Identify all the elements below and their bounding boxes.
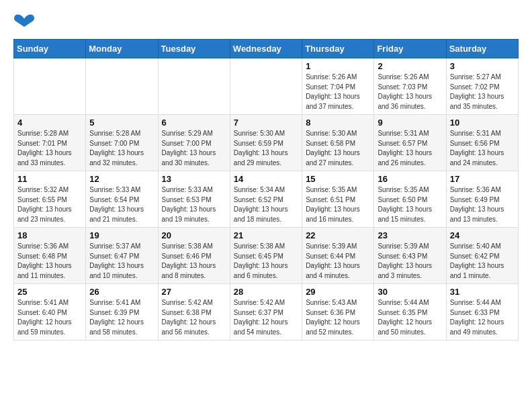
calendar-cell: 14Sunrise: 5:34 AM Sunset: 6:52 PM Dayli… xyxy=(230,171,302,228)
calendar-cell: 23Sunrise: 5:39 AM Sunset: 6:43 PM Dayli… xyxy=(374,228,446,284)
calendar-cell: 8Sunrise: 5:30 AM Sunset: 6:58 PM Daylig… xyxy=(302,115,374,171)
calendar-cell: 25Sunrise: 5:41 AM Sunset: 6:40 PM Dayli… xyxy=(14,284,86,340)
day-detail: Sunrise: 5:28 AM Sunset: 7:00 PM Dayligh… xyxy=(89,129,154,168)
logo-bird-icon xyxy=(13,13,35,28)
day-number: 4 xyxy=(17,118,82,128)
calendar-cell: 27Sunrise: 5:42 AM Sunset: 6:38 PM Dayli… xyxy=(158,284,230,340)
weekday-header-saturday: Saturday xyxy=(446,40,518,58)
day-number: 29 xyxy=(306,287,370,297)
day-detail: Sunrise: 5:35 AM Sunset: 6:51 PM Dayligh… xyxy=(306,185,370,224)
calendar-week-row: 1Sunrise: 5:26 AM Sunset: 7:04 PM Daylig… xyxy=(14,58,519,115)
day-detail: Sunrise: 5:38 AM Sunset: 6:46 PM Dayligh… xyxy=(162,242,226,281)
weekday-header-friday: Friday xyxy=(374,40,446,58)
weekday-header-wednesday: Wednesday xyxy=(230,40,302,58)
day-detail: Sunrise: 5:33 AM Sunset: 6:53 PM Dayligh… xyxy=(162,185,226,224)
day-number: 14 xyxy=(234,174,298,184)
calendar-cell xyxy=(14,58,86,115)
day-number: 24 xyxy=(450,230,515,240)
day-detail: Sunrise: 5:26 AM Sunset: 7:03 PM Dayligh… xyxy=(378,73,442,111)
calendar-week-row: 11Sunrise: 5:32 AM Sunset: 6:55 PM Dayli… xyxy=(14,171,519,228)
day-detail: Sunrise: 5:39 AM Sunset: 6:43 PM Dayligh… xyxy=(378,242,442,281)
day-number: 20 xyxy=(162,230,226,240)
calendar-week-row: 4Sunrise: 5:28 AM Sunset: 7:01 PM Daylig… xyxy=(14,115,519,171)
calendar-cell: 19Sunrise: 5:37 AM Sunset: 6:47 PM Dayli… xyxy=(86,228,158,284)
calendar-cell: 20Sunrise: 5:38 AM Sunset: 6:46 PM Dayli… xyxy=(158,228,230,284)
day-detail: Sunrise: 5:35 AM Sunset: 6:50 PM Dayligh… xyxy=(378,185,442,224)
day-number: 11 xyxy=(17,174,82,184)
calendar-cell: 15Sunrise: 5:35 AM Sunset: 6:51 PM Dayli… xyxy=(302,171,374,228)
weekday-header-monday: Monday xyxy=(86,40,158,58)
day-number: 3 xyxy=(450,61,515,71)
day-number: 2 xyxy=(378,61,442,71)
calendar-cell: 6Sunrise: 5:29 AM Sunset: 7:00 PM Daylig… xyxy=(158,115,230,171)
day-detail: Sunrise: 5:40 AM Sunset: 6:42 PM Dayligh… xyxy=(450,242,515,281)
calendar-cell: 5Sunrise: 5:28 AM Sunset: 7:00 PM Daylig… xyxy=(86,115,158,171)
day-number: 10 xyxy=(450,118,515,128)
day-detail: Sunrise: 5:34 AM Sunset: 6:52 PM Dayligh… xyxy=(234,185,298,224)
day-number: 25 xyxy=(17,287,82,297)
logo xyxy=(13,13,38,28)
calendar-week-row: 18Sunrise: 5:36 AM Sunset: 6:48 PM Dayli… xyxy=(14,228,519,284)
calendar-cell: 12Sunrise: 5:33 AM Sunset: 6:54 PM Dayli… xyxy=(86,171,158,228)
day-detail: Sunrise: 5:43 AM Sunset: 6:36 PM Dayligh… xyxy=(306,298,370,337)
calendar-cell: 3Sunrise: 5:27 AM Sunset: 7:02 PM Daylig… xyxy=(446,58,518,115)
calendar-cell: 22Sunrise: 5:39 AM Sunset: 6:44 PM Dayli… xyxy=(302,228,374,284)
day-number: 7 xyxy=(234,118,298,128)
weekday-header-sunday: Sunday xyxy=(14,40,86,58)
day-number: 6 xyxy=(162,118,226,128)
day-detail: Sunrise: 5:36 AM Sunset: 6:49 PM Dayligh… xyxy=(450,185,515,224)
day-detail: Sunrise: 5:30 AM Sunset: 6:59 PM Dayligh… xyxy=(234,129,298,168)
day-number: 27 xyxy=(162,287,226,297)
calendar-cell xyxy=(86,58,158,115)
page-header xyxy=(13,13,519,28)
day-number: 12 xyxy=(89,174,154,184)
calendar-cell: 30Sunrise: 5:44 AM Sunset: 6:35 PM Dayli… xyxy=(374,284,446,340)
day-detail: Sunrise: 5:36 AM Sunset: 6:48 PM Dayligh… xyxy=(17,242,82,281)
day-number: 23 xyxy=(378,230,442,240)
calendar-cell: 13Sunrise: 5:33 AM Sunset: 6:53 PM Dayli… xyxy=(158,171,230,228)
day-detail: Sunrise: 5:44 AM Sunset: 6:33 PM Dayligh… xyxy=(450,298,515,337)
calendar-cell: 4Sunrise: 5:28 AM Sunset: 7:01 PM Daylig… xyxy=(14,115,86,171)
calendar-cell: 11Sunrise: 5:32 AM Sunset: 6:55 PM Dayli… xyxy=(14,171,86,228)
day-number: 26 xyxy=(89,287,154,297)
day-detail: Sunrise: 5:29 AM Sunset: 7:00 PM Dayligh… xyxy=(162,129,226,168)
day-number: 1 xyxy=(306,61,370,71)
day-detail: Sunrise: 5:39 AM Sunset: 6:44 PM Dayligh… xyxy=(306,242,370,281)
day-detail: Sunrise: 5:38 AM Sunset: 6:45 PM Dayligh… xyxy=(234,242,298,281)
weekday-header-tuesday: Tuesday xyxy=(158,40,230,58)
day-detail: Sunrise: 5:42 AM Sunset: 6:37 PM Dayligh… xyxy=(234,298,298,337)
day-number: 9 xyxy=(378,118,442,128)
calendar-cell: 2Sunrise: 5:26 AM Sunset: 7:03 PM Daylig… xyxy=(374,58,446,115)
calendar-cell: 24Sunrise: 5:40 AM Sunset: 6:42 PM Dayli… xyxy=(446,228,518,284)
day-detail: Sunrise: 5:42 AM Sunset: 6:38 PM Dayligh… xyxy=(162,298,226,337)
day-number: 17 xyxy=(450,174,515,184)
calendar-cell: 31Sunrise: 5:44 AM Sunset: 6:33 PM Dayli… xyxy=(446,284,518,340)
day-number: 18 xyxy=(17,230,82,240)
day-number: 21 xyxy=(234,230,298,240)
day-detail: Sunrise: 5:30 AM Sunset: 6:58 PM Dayligh… xyxy=(306,129,370,168)
day-detail: Sunrise: 5:31 AM Sunset: 6:56 PM Dayligh… xyxy=(450,129,515,168)
calendar-cell xyxy=(158,58,230,115)
day-detail: Sunrise: 5:41 AM Sunset: 6:40 PM Dayligh… xyxy=(17,298,82,337)
calendar-cell: 21Sunrise: 5:38 AM Sunset: 6:45 PM Dayli… xyxy=(230,228,302,284)
day-detail: Sunrise: 5:41 AM Sunset: 6:39 PM Dayligh… xyxy=(89,298,154,337)
calendar-cell xyxy=(230,58,302,115)
calendar-cell: 9Sunrise: 5:31 AM Sunset: 6:57 PM Daylig… xyxy=(374,115,446,171)
weekday-header-thursday: Thursday xyxy=(302,40,374,58)
calendar-cell: 16Sunrise: 5:35 AM Sunset: 6:50 PM Dayli… xyxy=(374,171,446,228)
calendar-week-row: 25Sunrise: 5:41 AM Sunset: 6:40 PM Dayli… xyxy=(14,284,519,340)
day-number: 13 xyxy=(162,174,226,184)
day-number: 22 xyxy=(306,230,370,240)
day-detail: Sunrise: 5:37 AM Sunset: 6:47 PM Dayligh… xyxy=(89,242,154,281)
day-detail: Sunrise: 5:33 AM Sunset: 6:54 PM Dayligh… xyxy=(89,185,154,224)
day-detail: Sunrise: 5:32 AM Sunset: 6:55 PM Dayligh… xyxy=(17,185,82,224)
calendar-cell: 1Sunrise: 5:26 AM Sunset: 7:04 PM Daylig… xyxy=(302,58,374,115)
day-number: 5 xyxy=(89,118,154,128)
calendar-cell: 18Sunrise: 5:36 AM Sunset: 6:48 PM Dayli… xyxy=(14,228,86,284)
calendar-cell: 29Sunrise: 5:43 AM Sunset: 6:36 PM Dayli… xyxy=(302,284,374,340)
calendar-cell: 17Sunrise: 5:36 AM Sunset: 6:49 PM Dayli… xyxy=(446,171,518,228)
calendar-header-row: SundayMondayTuesdayWednesdayThursdayFrid… xyxy=(14,40,519,58)
day-detail: Sunrise: 5:28 AM Sunset: 7:01 PM Dayligh… xyxy=(17,129,82,168)
day-number: 30 xyxy=(378,287,442,297)
day-number: 31 xyxy=(450,287,515,297)
